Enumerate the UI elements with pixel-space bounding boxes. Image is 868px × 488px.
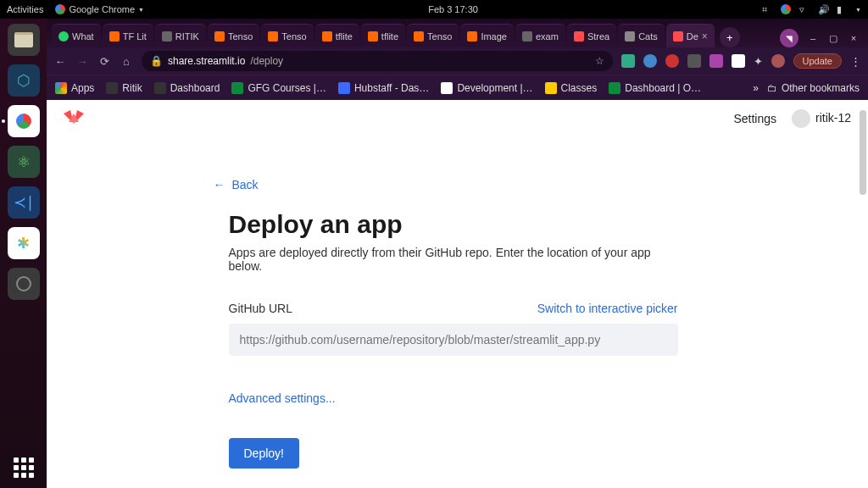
browser-tab[interactable]: RITIK <box>155 24 206 47</box>
dock-files[interactable] <box>8 24 40 56</box>
address-bar[interactable]: 🔒 share.streamlit.io/deploy ☆ <box>142 51 613 71</box>
update-button[interactable]: Update <box>793 53 842 69</box>
dock-atom[interactable]: ⚛ <box>8 146 40 178</box>
extension-icon[interactable] <box>665 54 679 68</box>
bookmark-item[interactable]: Development |… <box>441 82 532 94</box>
switch-picker-link[interactable]: Switch to interactive picker <box>537 302 678 315</box>
reload-button[interactable]: ⟳ <box>97 55 111 68</box>
chrome-window: What TF Lit RITIK Tenso Tenso tflite tfl… <box>47 19 868 488</box>
fav-icon <box>609 82 620 94</box>
home-button[interactable]: ⌂ <box>120 55 133 68</box>
scrollbar[interactable] <box>860 110 866 195</box>
bookmark-item[interactable]: Dashboard <box>154 82 220 94</box>
streamlit-icon <box>574 31 584 42</box>
whatsapp-icon <box>58 31 69 42</box>
extension-icon[interactable] <box>687 54 701 68</box>
bookmark-apps[interactable]: Apps <box>55 82 94 94</box>
browser-tab[interactable]: Tenso <box>208 24 259 47</box>
dock-vscode[interactable]: ≺∣ <box>8 186 40 219</box>
browser-tab-active[interactable]: De× <box>666 24 715 47</box>
minimize-button[interactable]: – <box>807 32 819 44</box>
tf-icon <box>467 31 477 42</box>
extensions-area: ✦ Update ⋮ <box>621 53 861 69</box>
chevron-down-icon: ▼ <box>138 7 144 13</box>
extension-icon[interactable] <box>621 54 635 68</box>
github-url-input[interactable] <box>229 324 678 356</box>
new-tab-button[interactable]: + <box>720 27 740 47</box>
back-link[interactable]: ← Back <box>214 178 678 191</box>
chrome-icon <box>14 111 34 131</box>
browser-tab[interactable]: Tenso <box>407 24 459 47</box>
hex-icon: ⬡ <box>17 71 31 90</box>
extension-icon[interactable] <box>732 54 745 68</box>
browser-tab[interactable]: What <box>52 24 101 47</box>
extensions-menu-icon[interactable]: ✦ <box>754 55 763 68</box>
user-menu[interactable]: ritik-12 <box>792 109 851 128</box>
fav-icon <box>162 31 172 42</box>
dock-app[interactable]: ⬡ <box>8 64 40 97</box>
browser-tab[interactable]: tflite <box>361 24 405 47</box>
other-bookmarks[interactable]: 🗀Other bookmarks <box>767 82 860 94</box>
clock[interactable]: Feb 3 17:30 <box>144 4 762 14</box>
system-tray: ⌗ ▿ 🔊 ▮ ▼ <box>762 4 861 14</box>
fav-icon <box>625 31 635 42</box>
browser-tab[interactable]: Tenso <box>261 24 313 47</box>
fav-icon <box>154 82 166 94</box>
tf-icon <box>268 31 278 42</box>
profile-avatar[interactable]: ◥ <box>780 29 798 47</box>
browser-tab[interactable]: tflite <box>315 24 359 47</box>
browser-tab[interactable]: Strea <box>567 24 616 47</box>
apps-icon <box>55 82 67 94</box>
bookmark-item[interactable]: Ritik <box>106 82 142 94</box>
active-app-menu[interactable]: Google Chrome ▼ <box>55 4 144 14</box>
chevron-down-icon[interactable]: ▼ <box>855 7 861 13</box>
bookmark-item[interactable]: Dashboard | O… <box>609 82 701 94</box>
star-icon[interactable]: ☆ <box>595 55 604 67</box>
fav-icon <box>522 31 532 42</box>
tf-icon <box>109 31 120 42</box>
deploy-button[interactable]: Deploy! <box>229 438 299 469</box>
fav-icon <box>106 82 118 94</box>
dock-disks[interactable] <box>8 268 40 300</box>
overflow-icon[interactable]: » <box>753 82 759 94</box>
toolbar: ← → ⟳ ⌂ 🔒 share.streamlit.io/deploy ☆ ✦ … <box>47 47 868 75</box>
settings-link[interactable]: Settings <box>733 112 776 125</box>
page-content: Settings ritik-12 ← Back Deploy an app A… <box>47 100 868 488</box>
dock-slack[interactable]: ✱ <box>8 227 40 259</box>
fav-icon <box>545 82 557 94</box>
tf-icon <box>368 31 378 42</box>
back-button[interactable]: ← <box>53 55 67 68</box>
volume-icon[interactable]: 🔊 <box>818 4 828 14</box>
streamlit-logo-icon[interactable] <box>64 108 84 128</box>
bookmark-item[interactable]: Classes <box>545 82 598 94</box>
profile-icon[interactable] <box>771 54 785 68</box>
chrome-tray-icon[interactable] <box>781 4 791 14</box>
page-title: Deploy an app <box>229 210 678 239</box>
activities-button[interactable]: Activities <box>7 4 43 14</box>
browser-tab[interactable]: TF Lit <box>103 24 153 47</box>
show-applications[interactable] <box>14 458 34 478</box>
chrome-icon <box>55 4 65 14</box>
battery-icon[interactable]: ▮ <box>837 4 847 14</box>
files-icon <box>14 32 33 47</box>
bookmarks-bar: Apps Ritik Dashboard GFG Courses |… Hubs… <box>47 75 868 100</box>
streamlit-icon <box>673 31 683 42</box>
close-icon[interactable]: × <box>702 30 708 42</box>
forward-button[interactable]: → <box>75 55 89 68</box>
browser-tab[interactable]: Image <box>460 24 514 47</box>
wifi-icon[interactable]: ▿ <box>799 4 810 14</box>
extension-icon[interactable] <box>709 54 723 68</box>
tf-icon <box>214 31 225 42</box>
indicator-icon[interactable]: ⌗ <box>762 4 772 14</box>
close-button[interactable]: × <box>848 32 860 44</box>
menu-icon[interactable]: ⋮ <box>850 55 861 68</box>
bookmark-item[interactable]: Hubstaff - Das… <box>338 82 429 94</box>
maximize-button[interactable]: ▢ <box>827 32 839 44</box>
advanced-settings-link[interactable]: Advanced settings... <box>229 391 336 405</box>
bookmark-item[interactable]: GFG Courses |… <box>231 82 326 94</box>
extension-icon[interactable] <box>643 54 657 68</box>
dock-chrome[interactable] <box>8 105 40 137</box>
browser-tab[interactable]: exam <box>515 24 565 47</box>
browser-tab[interactable]: Cats <box>618 24 665 47</box>
ubuntu-dock: ⬡ ⚛ ≺∣ ✱ <box>0 19 47 488</box>
